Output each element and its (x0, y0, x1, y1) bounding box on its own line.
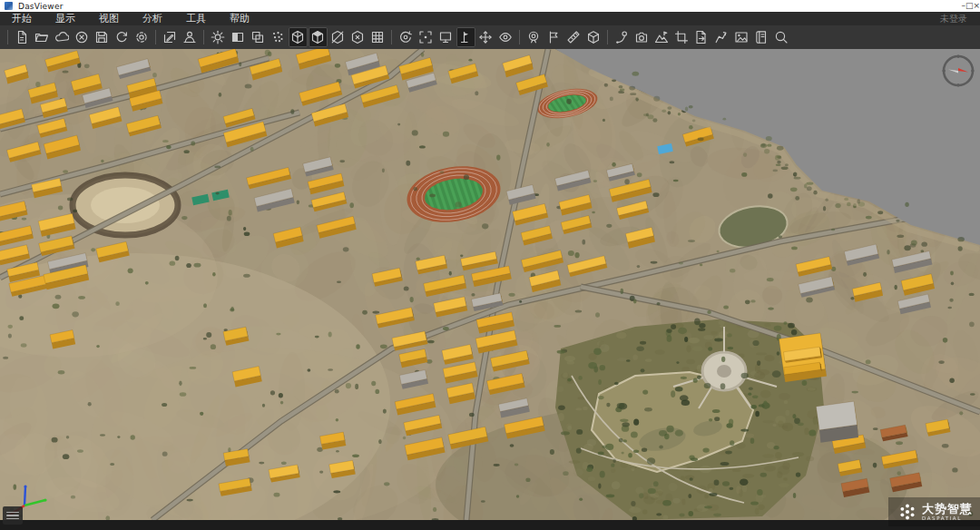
menu-help[interactable]: 帮助 (218, 12, 261, 25)
flight-icon (714, 30, 729, 44)
dasviewer-window: DasViewer –□× 开始显示视图分析工具帮助 未登录 大势智慧 DASP… (0, 0, 980, 530)
menu-bar: 开始显示视图分析工具帮助 未登录 (0, 12, 980, 25)
wireframe-mode-button[interactable] (289, 27, 308, 47)
viewport: 大势智慧 DASPATIAL (0, 49, 980, 520)
toolbar-separator (7, 30, 8, 44)
folder-open-icon (34, 30, 49, 44)
edit-model-button[interactable] (161, 27, 180, 47)
menu-items: 开始显示视图分析工具帮助 (0, 12, 261, 25)
refresh-icon (114, 30, 129, 44)
ruler-icon (566, 30, 581, 44)
edit-box-icon (162, 30, 177, 44)
menu-view[interactable]: 视图 (87, 12, 131, 25)
grid-icon (370, 30, 385, 44)
hexbox-icon (586, 30, 601, 44)
export-document-button[interactable] (692, 27, 711, 47)
new-project-button[interactable] (13, 27, 32, 47)
measure-button[interactable] (564, 27, 583, 47)
layers-button[interactable] (249, 27, 268, 47)
image-icon (734, 30, 749, 44)
terrain-icon (654, 30, 669, 44)
report-button[interactable] (752, 27, 771, 47)
menu-analysis[interactable]: 分析 (131, 12, 174, 25)
route-planning-button[interactable] (612, 27, 632, 47)
camera-positions-button[interactable] (524, 27, 544, 47)
login-status[interactable]: 未登录 (940, 13, 967, 25)
sun-icon (211, 30, 225, 44)
doc-new-icon (15, 30, 29, 44)
cloud-download-button[interactable] (53, 27, 72, 47)
tile-grid-button[interactable] (368, 27, 387, 47)
cloud-icon (54, 30, 69, 44)
3d-scene-canvas[interactable] (0, 49, 980, 520)
daspatial-logo-icon (897, 502, 917, 522)
eye-icon (498, 30, 513, 44)
flag-icon (546, 30, 561, 44)
full-screen-button[interactable] (436, 27, 456, 47)
crop-icon (674, 30, 689, 44)
flag-marker-button[interactable] (544, 27, 564, 47)
window-controls: –□× (961, 0, 980, 12)
orbit-view-button[interactable] (397, 27, 416, 47)
point-cloud-button[interactable] (269, 27, 288, 47)
save-icon (94, 30, 109, 44)
toolbar (0, 25, 980, 49)
doc-export-icon (694, 30, 709, 44)
close-project-button[interactable] (73, 27, 92, 47)
brand-watermark: 大势智慧 DASPATIAL (888, 497, 980, 526)
solid-mode-button[interactable] (309, 27, 328, 47)
cube-wire-icon (290, 30, 305, 44)
terrain-analysis-button[interactable] (652, 27, 671, 47)
cube-solid-icon (310, 30, 325, 44)
menu-display[interactable]: 显示 (44, 12, 87, 25)
toolbar-separator (203, 30, 204, 44)
account-button[interactable] (181, 27, 200, 47)
image-gallery-button[interactable] (732, 27, 751, 47)
split-view-button[interactable] (229, 27, 248, 47)
brand-subtitle: DASPATIAL (922, 516, 973, 522)
move-icon (478, 30, 493, 44)
brightness-button[interactable] (209, 27, 228, 47)
brand-title: 大势智慧 (922, 503, 973, 515)
volume-measure-button[interactable] (584, 27, 603, 47)
flight-path-button[interactable] (712, 27, 731, 47)
book-icon (754, 30, 769, 44)
account-icon (182, 30, 197, 44)
pan-button[interactable] (476, 27, 495, 47)
compass-widget[interactable] (940, 53, 976, 89)
search-icon (774, 30, 789, 44)
pivot-marker-button[interactable] (456, 27, 475, 47)
window-title: DasViewer (18, 2, 64, 11)
toolbar-separator (391, 30, 392, 44)
clip-model-button[interactable] (328, 27, 348, 47)
toolbar-separator (519, 30, 520, 44)
split-icon (230, 30, 245, 44)
status-bar (0, 520, 980, 530)
menu-tools[interactable]: 工具 (174, 12, 218, 25)
fit-icon (418, 30, 433, 44)
close-button[interactable]: × (973, 1, 980, 10)
snapshot-button[interactable] (632, 27, 652, 47)
monitor-icon (438, 30, 453, 44)
side-panel-toggle[interactable] (3, 506, 23, 525)
close-circle-icon (74, 30, 89, 44)
orbit-icon (398, 30, 413, 44)
pivot-flag-icon (458, 30, 473, 44)
points-icon (270, 30, 285, 44)
fit-view-button[interactable] (416, 27, 436, 47)
first-person-view-button[interactable] (496, 27, 515, 47)
save-project-button[interactable] (93, 27, 112, 47)
refresh-button[interactable] (113, 27, 132, 47)
layers-icon (250, 30, 265, 44)
title-bar: DasViewer –□× (0, 0, 980, 12)
cam-ring-icon (526, 30, 541, 44)
search-button[interactable] (772, 27, 791, 47)
hamburger-icon (6, 512, 19, 514)
menu-start[interactable]: 开始 (0, 12, 44, 25)
crop-button[interactable] (672, 27, 691, 47)
settings-button[interactable] (132, 27, 152, 47)
cube-slash-icon (330, 30, 345, 44)
clear-selection-button[interactable] (348, 27, 368, 47)
open-project-button[interactable] (33, 27, 52, 47)
route-icon (614, 30, 629, 44)
